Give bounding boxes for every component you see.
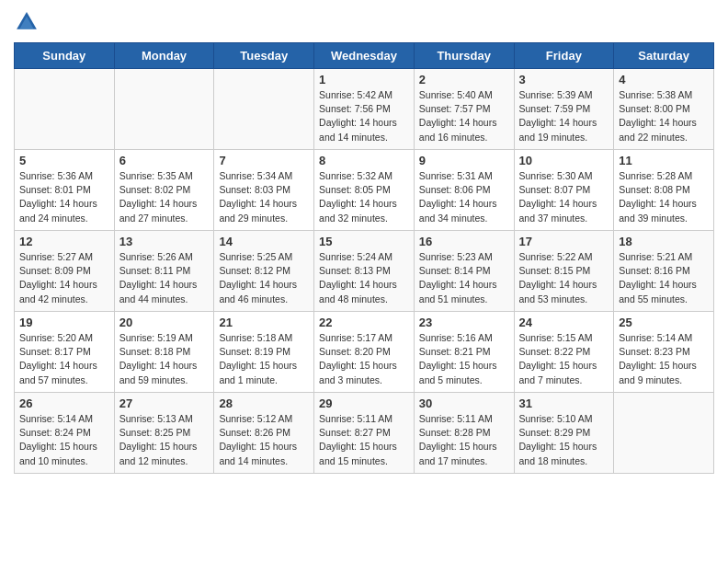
calendar-cell: 30Sunrise: 5:11 AM Sunset: 8:28 PM Dayli… <box>414 393 514 474</box>
calendar-cell: 31Sunrise: 5:10 AM Sunset: 8:29 PM Dayli… <box>514 393 614 474</box>
calendar-week-3: 12Sunrise: 5:27 AM Sunset: 8:09 PM Dayli… <box>15 231 714 312</box>
day-number: 31 <box>519 396 609 410</box>
calendar-week-1: 1Sunrise: 5:42 AM Sunset: 7:56 PM Daylig… <box>15 69 714 150</box>
calendar-cell: 6Sunrise: 5:35 AM Sunset: 8:02 PM Daylig… <box>114 150 214 231</box>
calendar-cell: 5Sunrise: 5:36 AM Sunset: 8:01 PM Daylig… <box>15 150 115 231</box>
calendar-cell: 27Sunrise: 5:13 AM Sunset: 8:25 PM Dayli… <box>114 393 214 474</box>
day-info: Sunrise: 5:42 AM Sunset: 7:56 PM Dayligh… <box>319 88 409 144</box>
calendar-cell: 10Sunrise: 5:30 AM Sunset: 8:07 PM Dayli… <box>514 150 614 231</box>
calendar-week-2: 5Sunrise: 5:36 AM Sunset: 8:01 PM Daylig… <box>15 150 714 231</box>
day-number: 25 <box>619 316 709 329</box>
calendar-cell: 14Sunrise: 5:25 AM Sunset: 8:12 PM Dayli… <box>214 231 314 312</box>
day-number: 28 <box>219 396 309 410</box>
day-info: Sunrise: 5:31 AM Sunset: 8:06 PM Dayligh… <box>419 169 509 225</box>
day-number: 24 <box>519 316 609 329</box>
calendar-cell: 21Sunrise: 5:18 AM Sunset: 8:19 PM Dayli… <box>214 312 314 393</box>
day-number: 12 <box>19 235 109 248</box>
day-info: Sunrise: 5:24 AM Sunset: 8:13 PM Dayligh… <box>319 250 409 306</box>
day-number: 14 <box>219 235 309 248</box>
day-info: Sunrise: 5:35 AM Sunset: 8:02 PM Dayligh… <box>119 169 210 225</box>
calendar-cell: 26Sunrise: 5:14 AM Sunset: 8:24 PM Dayli… <box>15 393 115 474</box>
calendar-week-5: 26Sunrise: 5:14 AM Sunset: 8:24 PM Dayli… <box>15 393 714 474</box>
calendar-cell <box>214 69 314 150</box>
col-header-friday: Friday <box>514 43 614 69</box>
calendar-cell: 23Sunrise: 5:16 AM Sunset: 8:21 PM Dayli… <box>414 312 514 393</box>
day-number: 18 <box>619 235 709 248</box>
calendar-cell: 16Sunrise: 5:23 AM Sunset: 8:14 PM Dayli… <box>414 231 514 312</box>
day-number: 16 <box>419 235 509 248</box>
day-number: 22 <box>319 316 409 329</box>
day-info: Sunrise: 5:11 AM Sunset: 8:28 PM Dayligh… <box>419 412 509 468</box>
day-info: Sunrise: 5:14 AM Sunset: 8:23 PM Dayligh… <box>619 331 709 387</box>
calendar-cell: 8Sunrise: 5:32 AM Sunset: 8:05 PM Daylig… <box>314 150 415 231</box>
day-info: Sunrise: 5:20 AM Sunset: 8:17 PM Dayligh… <box>19 331 109 387</box>
calendar-cell: 1Sunrise: 5:42 AM Sunset: 7:56 PM Daylig… <box>314 69 415 150</box>
calendar-cell: 25Sunrise: 5:14 AM Sunset: 8:23 PM Dayli… <box>614 312 714 393</box>
calendar-table: SundayMondayTuesdayWednesdayThursdayFrid… <box>14 42 714 474</box>
day-info: Sunrise: 5:27 AM Sunset: 8:09 PM Dayligh… <box>19 250 109 306</box>
page-header <box>14 9 714 35</box>
calendar-cell: 4Sunrise: 5:38 AM Sunset: 8:00 PM Daylig… <box>614 69 714 150</box>
col-header-monday: Monday <box>114 43 214 69</box>
calendar-cell: 7Sunrise: 5:34 AM Sunset: 8:03 PM Daylig… <box>214 150 314 231</box>
calendar-cell <box>614 393 714 474</box>
day-number: 19 <box>19 316 109 329</box>
day-info: Sunrise: 5:32 AM Sunset: 8:05 PM Dayligh… <box>319 169 409 225</box>
day-info: Sunrise: 5:26 AM Sunset: 8:11 PM Dayligh… <box>119 250 210 306</box>
day-info: Sunrise: 5:34 AM Sunset: 8:03 PM Dayligh… <box>219 169 309 225</box>
day-number: 15 <box>319 235 409 248</box>
day-number: 8 <box>319 154 409 167</box>
day-info: Sunrise: 5:36 AM Sunset: 8:01 PM Dayligh… <box>19 169 109 225</box>
calendar-cell: 9Sunrise: 5:31 AM Sunset: 8:06 PM Daylig… <box>414 150 514 231</box>
day-info: Sunrise: 5:10 AM Sunset: 8:29 PM Dayligh… <box>519 412 609 468</box>
day-number: 17 <box>519 235 609 248</box>
day-info: Sunrise: 5:12 AM Sunset: 8:26 PM Dayligh… <box>219 412 309 468</box>
calendar-cell: 24Sunrise: 5:15 AM Sunset: 8:22 PM Dayli… <box>514 312 614 393</box>
day-number: 30 <box>419 396 509 410</box>
day-info: Sunrise: 5:16 AM Sunset: 8:21 PM Dayligh… <box>419 331 509 387</box>
calendar-cell: 22Sunrise: 5:17 AM Sunset: 8:20 PM Dayli… <box>314 312 415 393</box>
day-number: 5 <box>19 154 109 167</box>
day-info: Sunrise: 5:28 AM Sunset: 8:08 PM Dayligh… <box>619 169 709 225</box>
day-number: 9 <box>419 154 509 167</box>
day-number: 27 <box>119 396 210 410</box>
day-info: Sunrise: 5:21 AM Sunset: 8:16 PM Dayligh… <box>619 250 709 306</box>
col-header-sunday: Sunday <box>15 43 115 69</box>
day-info: Sunrise: 5:30 AM Sunset: 8:07 PM Dayligh… <box>519 169 609 225</box>
calendar-cell: 28Sunrise: 5:12 AM Sunset: 8:26 PM Dayli… <box>214 393 314 474</box>
calendar-cell: 19Sunrise: 5:20 AM Sunset: 8:17 PM Dayli… <box>15 312 115 393</box>
col-header-saturday: Saturday <box>614 43 714 69</box>
day-number: 20 <box>119 316 210 329</box>
day-info: Sunrise: 5:14 AM Sunset: 8:24 PM Dayligh… <box>19 412 109 468</box>
day-info: Sunrise: 5:39 AM Sunset: 7:59 PM Dayligh… <box>519 88 609 144</box>
day-number: 10 <box>519 154 609 167</box>
col-header-wednesday: Wednesday <box>314 43 415 69</box>
logo-icon <box>14 9 40 35</box>
day-info: Sunrise: 5:40 AM Sunset: 7:57 PM Dayligh… <box>419 88 509 144</box>
day-number: 2 <box>419 73 509 86</box>
logo <box>14 9 43 35</box>
day-number: 29 <box>319 396 409 410</box>
day-number: 26 <box>19 396 109 410</box>
day-number: 1 <box>319 73 409 86</box>
calendar-cell: 20Sunrise: 5:19 AM Sunset: 8:18 PM Dayli… <box>114 312 214 393</box>
day-number: 6 <box>119 154 210 167</box>
day-number: 21 <box>219 316 309 329</box>
calendar-cell <box>114 69 214 150</box>
day-info: Sunrise: 5:25 AM Sunset: 8:12 PM Dayligh… <box>219 250 309 306</box>
day-number: 13 <box>119 235 210 248</box>
calendar-cell: 17Sunrise: 5:22 AM Sunset: 8:15 PM Dayli… <box>514 231 614 312</box>
day-info: Sunrise: 5:19 AM Sunset: 8:18 PM Dayligh… <box>119 331 210 387</box>
day-number: 11 <box>619 154 709 167</box>
calendar-week-4: 19Sunrise: 5:20 AM Sunset: 8:17 PM Dayli… <box>15 312 714 393</box>
day-number: 7 <box>219 154 309 167</box>
calendar-cell: 18Sunrise: 5:21 AM Sunset: 8:16 PM Dayli… <box>614 231 714 312</box>
day-info: Sunrise: 5:15 AM Sunset: 8:22 PM Dayligh… <box>519 331 609 387</box>
calendar-cell: 2Sunrise: 5:40 AM Sunset: 7:57 PM Daylig… <box>414 69 514 150</box>
calendar-cell: 12Sunrise: 5:27 AM Sunset: 8:09 PM Dayli… <box>15 231 115 312</box>
calendar-cell: 29Sunrise: 5:11 AM Sunset: 8:27 PM Dayli… <box>314 393 415 474</box>
day-number: 23 <box>419 316 509 329</box>
day-info: Sunrise: 5:11 AM Sunset: 8:27 PM Dayligh… <box>319 412 409 468</box>
day-info: Sunrise: 5:18 AM Sunset: 8:19 PM Dayligh… <box>219 331 309 387</box>
calendar-cell <box>15 69 115 150</box>
